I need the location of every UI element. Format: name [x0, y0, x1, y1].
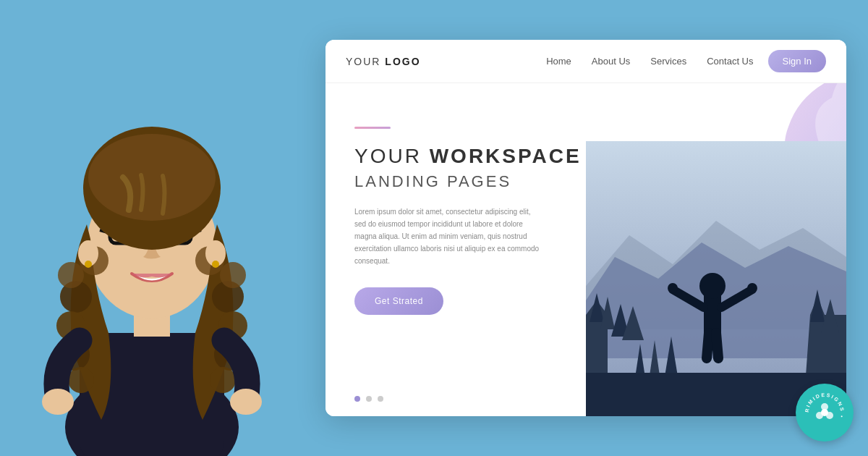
landscape-svg [586, 141, 846, 416]
website-mockup: YOUR LOGO Home About Us Services Contact… [326, 40, 846, 416]
hero-subtitle: LANDING PAGES [354, 172, 582, 191]
svg-point-26 [220, 262, 246, 288]
svg-point-57 [747, 283, 757, 293]
avatar-svg [22, 43, 282, 456]
hero-content: YOUR WORKSPACE LANDING PAGES Lorem ipsum… [354, 127, 582, 315]
svg-point-51 [699, 273, 726, 299]
svg-point-21 [58, 262, 84, 288]
nav-link-services[interactable]: Services [650, 56, 686, 67]
nav-link-about[interactable]: About Us [592, 56, 630, 67]
svg-point-25 [210, 367, 236, 393]
avatar-figure [22, 43, 282, 456]
brand-icon [816, 403, 833, 419]
pagination-dots [354, 396, 383, 402]
logo-text-normal: YOUR [346, 56, 385, 67]
svg-point-61 [821, 409, 828, 416]
nav-links: Home About Us Services Contact Us [546, 56, 753, 67]
avatar-section [22, 29, 297, 456]
nav-link-contact[interactable]: Contact Us [707, 56, 753, 67]
svg-line-54 [707, 333, 709, 358]
mockup-navbar: YOUR LOGO Home About Us Services Contact… [326, 40, 846, 83]
logo-text-bold: LOGO [385, 56, 420, 67]
svg-point-34 [230, 389, 262, 415]
svg-rect-50 [704, 293, 721, 333]
hero-title-bold: WORKSPACE [430, 145, 582, 167]
dot-2[interactable] [366, 396, 372, 402]
svg-point-20 [68, 367, 94, 393]
svg-point-56 [668, 283, 678, 293]
brand-badge-svg: RIMIDESIGNS • [799, 387, 850, 438]
hero-accent-line [354, 127, 391, 129]
mockup-logo: YOUR LOGO [346, 56, 421, 67]
hero-title: YOUR WORKSPACE [354, 143, 582, 169]
dot-3[interactable] [378, 396, 383, 402]
svg-point-33 [42, 389, 74, 415]
hero-description: Lorem ipsum dolor sit amet, consectetur … [354, 206, 542, 267]
svg-point-16 [88, 134, 216, 221]
svg-line-55 [716, 333, 718, 358]
brand-badge: RIMIDESIGNS • [796, 384, 854, 442]
nav-link-home[interactable]: Home [546, 56, 571, 67]
mockup-hero: YOUR WORKSPACE LANDING PAGES Lorem ipsum… [326, 83, 846, 416]
svg-point-32 [212, 261, 219, 268]
hero-cta-button[interactable]: Get Strated [354, 287, 443, 315]
dot-1[interactable] [354, 396, 360, 402]
signin-button[interactable]: Sign In [768, 50, 826, 72]
hero-title-normal: YOUR [354, 145, 430, 167]
svg-point-31 [85, 261, 92, 268]
